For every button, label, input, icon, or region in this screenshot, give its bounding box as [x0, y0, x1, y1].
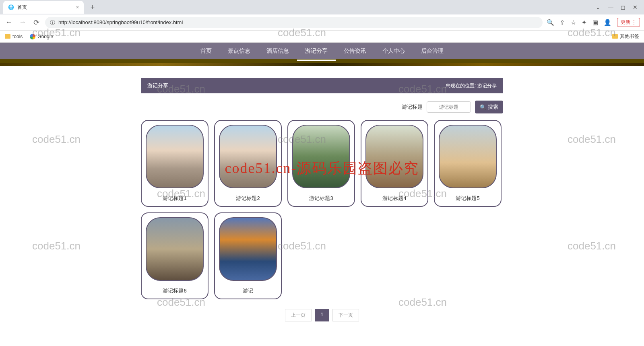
search-label: 游记标题 — [402, 103, 423, 111]
close-window-icon[interactable]: ✕ — [633, 4, 638, 10]
card-image — [219, 217, 277, 281]
bookmark-other[interactable]: 其他书签 — [612, 33, 639, 40]
main-nav: 首页景点信息酒店信息游记分享公告资讯个人中心后台管理 — [0, 43, 644, 63]
page-content: 首页景点信息酒店信息游记分享公告资讯个人中心后台管理 游记分享 您现在的位置: … — [0, 43, 644, 321]
card-title: 游记标题5 — [439, 195, 497, 202]
breadcrumb: 游记分享 您现在的位置: 游记分享 — [141, 78, 503, 93]
nav-item-2[interactable]: 酒店信息 — [258, 41, 297, 61]
close-icon[interactable]: × — [76, 4, 79, 10]
breadcrumb-location: 您现在的位置: 游记分享 — [446, 82, 497, 89]
travel-card[interactable]: 游记标题5 — [434, 120, 502, 207]
nav-item-3[interactable]: 游记分享 — [297, 41, 336, 61]
bookmark-google[interactable]: Google — [30, 34, 53, 39]
folder-icon — [5, 34, 10, 39]
share-icon[interactable]: ⇪ — [560, 19, 565, 26]
card-title: 游记标题1 — [146, 195, 204, 202]
card-image — [292, 125, 350, 188]
new-tab-button[interactable]: + — [87, 2, 98, 13]
main-container: 游记分享 您现在的位置: 游记分享 游记标题 🔍 搜索 游记标题1游记标题2游记… — [141, 78, 503, 321]
prev-page-button[interactable]: 上一页 — [285, 309, 312, 321]
card-title: 游记标题4 — [365, 195, 423, 202]
search-icon: 🔍 — [480, 104, 486, 110]
card-image — [146, 217, 204, 281]
search-row: 游记标题 🔍 搜索 — [141, 101, 503, 113]
folder-icon — [612, 34, 618, 39]
update-button[interactable]: 更新 ⋮ — [617, 18, 640, 27]
globe-icon: 🌐 — [8, 4, 14, 10]
side-panel-icon[interactable]: ▣ — [592, 19, 598, 26]
watermark: code51.cn — [568, 240, 616, 252]
page-title: 游记分享 — [147, 82, 168, 89]
tab-title: 首页 — [17, 4, 27, 11]
site-info-icon[interactable]: ⓘ — [50, 19, 55, 26]
url-text: http://localhost:8080/springboot99u10/fr… — [58, 19, 183, 25]
window-controls: ⌄ — ◻ ✕ — [596, 4, 641, 10]
card-image — [439, 125, 497, 188]
url-bar[interactable]: ⓘ http://localhost:8080/springboot99u10/… — [45, 17, 543, 28]
browser-chrome: 🌐 首页 × + ⌄ — ◻ ✕ ← → ⟳ ⓘ http://localhos… — [0, 0, 644, 43]
nav-item-4[interactable]: 公告资讯 — [336, 41, 374, 61]
dropdown-icon[interactable]: ⌄ — [596, 4, 601, 10]
reload-button[interactable]: ⟳ — [31, 18, 41, 27]
watermark: code51.cn — [568, 133, 616, 146]
maximize-icon[interactable]: ◻ — [621, 4, 625, 10]
card-title: 游记标题2 — [219, 195, 277, 202]
card-image — [146, 125, 204, 188]
card-image — [365, 125, 423, 188]
pagination: 上一页 1 下一页 — [141, 309, 503, 321]
card-title: 游记标题3 — [292, 195, 350, 202]
travel-card[interactable]: 游记 — [214, 212, 282, 299]
next-page-button[interactable]: 下一页 — [332, 309, 359, 321]
watermark: code51.cn — [32, 133, 80, 146]
browser-toolbar: ← → ⟳ ⓘ http://localhost:8080/springboot… — [0, 14, 644, 31]
zoom-icon[interactable]: 🔍 — [547, 19, 554, 26]
forward-button[interactable]: → — [18, 18, 27, 27]
travel-card[interactable]: 游记标题4 — [361, 120, 428, 207]
hero-banner — [0, 63, 644, 66]
nav-item-6[interactable]: 后台管理 — [413, 41, 452, 61]
card-title: 游记 — [219, 287, 277, 295]
search-button[interactable]: 🔍 搜索 — [475, 101, 503, 113]
browser-tab[interactable]: 🌐 首页 × — [3, 1, 84, 14]
travel-card[interactable]: 游记标题3 — [287, 120, 355, 207]
bookmark-tools[interactable]: tools — [5, 34, 23, 39]
search-input[interactable] — [427, 101, 471, 113]
page-1-button[interactable]: 1 — [315, 309, 330, 321]
nav-item-0[interactable]: 首页 — [192, 41, 220, 61]
card-image — [219, 125, 277, 188]
travel-card[interactable]: 游记标题1 — [141, 120, 208, 207]
minimize-icon[interactable]: — — [608, 4, 613, 10]
tab-strip: 🌐 首页 × + ⌄ — ◻ ✕ — [0, 0, 644, 14]
watermark: code51.cn — [32, 240, 80, 252]
card-title: 游记标题6 — [146, 287, 204, 295]
profile-icon[interactable]: 👤 — [604, 19, 611, 26]
google-icon — [30, 34, 35, 39]
card-grid: 游记标题1游记标题2游记标题3游记标题4游记标题5游记标题6游记 — [141, 120, 503, 299]
toolbar-icons: 🔍 ⇪ ☆ ✦ ▣ 👤 更新 ⋮ — [547, 18, 640, 27]
travel-card[interactable]: 游记标题2 — [214, 120, 282, 207]
back-button[interactable]: ← — [4, 18, 14, 27]
breadcrumb-link[interactable]: 游记分享 — [477, 83, 497, 89]
extensions-icon[interactable]: ✦ — [582, 19, 587, 26]
travel-card[interactable]: 游记标题6 — [141, 212, 208, 299]
nav-item-5[interactable]: 个人中心 — [374, 41, 413, 61]
bookmark-star-icon[interactable]: ☆ — [571, 19, 576, 26]
nav-item-1[interactable]: 景点信息 — [220, 41, 258, 61]
